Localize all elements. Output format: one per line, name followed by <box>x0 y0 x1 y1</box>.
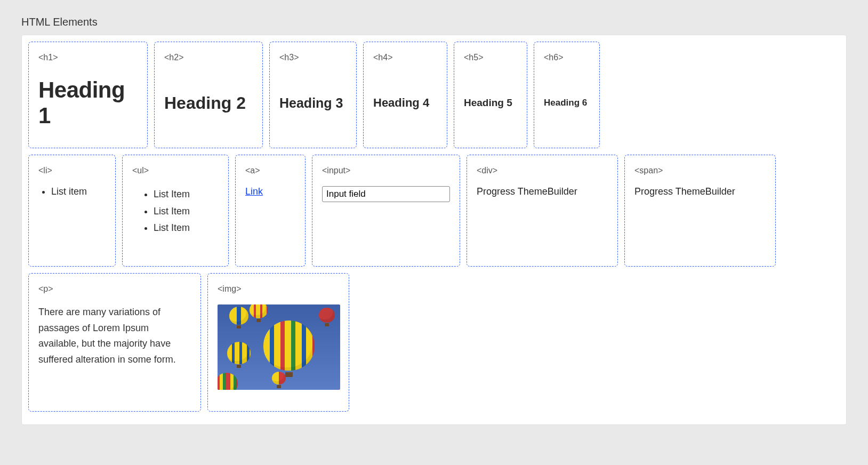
tag-label: <h2> <box>164 53 253 62</box>
link-example[interactable]: Link <box>245 186 263 197</box>
card-div: <div> Progress ThemeBuilder <box>467 155 618 267</box>
tag-label: <h1> <box>38 53 138 62</box>
list-item: List Item <box>154 203 219 220</box>
row-headings: <h1> Heading 1 <h2> Heading 2 <h3> Headi… <box>28 42 840 148</box>
tag-label: <h5> <box>464 53 517 62</box>
tag-label: <span> <box>634 166 766 175</box>
ul-example: List Item List Item List Item <box>132 186 219 237</box>
card-li: <li> List item <box>28 155 116 267</box>
tag-label: <input> <box>322 166 450 175</box>
input-example[interactable] <box>322 186 450 202</box>
row-elements: <li> List item <ul> List Item List Item … <box>28 155 840 267</box>
h3-example: Heading 3 <box>279 95 343 111</box>
card-h5: <h5> Heading 5 <box>454 42 527 148</box>
card-span: <span> Progress ThemeBuilder <box>624 155 776 267</box>
tag-label: <h4> <box>373 53 437 62</box>
section-title: HTML Elements <box>21 16 847 28</box>
h6-example: Heading 6 <box>544 98 587 108</box>
tag-label: <p> <box>38 284 191 294</box>
row-paragraph-image: <p> There are many variations of passage… <box>28 273 840 412</box>
card-h1: <h1> Heading 1 <box>28 42 148 148</box>
card-img: <img> <box>207 273 349 412</box>
h4-example: Heading 4 <box>373 96 429 110</box>
tag-label: <h3> <box>279 53 347 62</box>
card-p: <p> There are many variations of passage… <box>28 273 201 412</box>
h5-example: Heading 5 <box>464 97 512 109</box>
tag-label: <div> <box>477 166 608 175</box>
card-h6: <h6> Heading 6 <box>534 42 600 148</box>
card-a: <a> Link <box>235 155 306 267</box>
tag-label: <a> <box>245 166 295 175</box>
h2-example: Heading 2 <box>164 93 246 113</box>
p-example: There are many variations of passages of… <box>38 304 191 368</box>
tag-label: <h6> <box>544 53 590 62</box>
list-item: List Item <box>154 186 219 203</box>
tag-label: <ul> <box>132 166 219 175</box>
card-input: <input> <box>312 155 460 267</box>
card-h2: <h2> Heading 2 <box>154 42 263 148</box>
tag-label: <li> <box>38 166 106 175</box>
html-elements-panel: <h1> Heading 1 <h2> Heading 2 <h3> Headi… <box>21 35 847 425</box>
list-item: List Item <box>154 220 219 237</box>
li-example: List item <box>51 186 106 197</box>
div-example: Progress ThemeBuilder <box>477 186 608 197</box>
card-h3: <h3> Heading 3 <box>269 42 357 148</box>
h1-example: Heading 1 <box>38 77 138 129</box>
span-example: Progress ThemeBuilder <box>634 186 766 197</box>
tag-label: <img> <box>218 284 339 294</box>
img-example <box>218 304 340 390</box>
card-ul: <ul> List Item List Item List Item <box>122 155 229 267</box>
card-h4: <h4> Heading 4 <box>363 42 447 148</box>
